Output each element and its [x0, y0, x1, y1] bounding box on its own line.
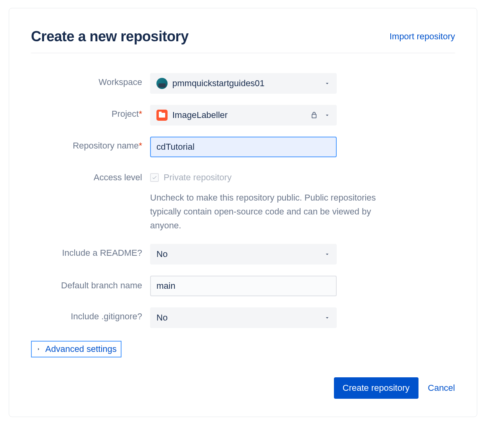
private-repo-checkbox-label: Private repository [164, 172, 231, 183]
project-folder-icon [156, 110, 168, 121]
page-title: Create a new repository [31, 28, 189, 45]
check-icon [152, 175, 157, 180]
advanced-settings-label: Advanced settings [45, 344, 117, 354]
workspace-select[interactable]: pmmquickstartguides01 [150, 73, 337, 94]
workspace-avatar-icon [156, 78, 168, 89]
project-label: Project* [31, 105, 150, 119]
branch-name-input[interactable] [150, 276, 337, 296]
access-level-label: Access level [31, 168, 150, 183]
chevron-down-icon [324, 251, 330, 257]
readme-select[interactable]: No [150, 244, 337, 265]
workspace-row: Workspace pmmquickstartguides01 [31, 73, 455, 94]
chevron-down-icon [324, 112, 330, 118]
readme-row: Include a README? No [31, 244, 455, 265]
lock-icon [310, 112, 318, 119]
advanced-settings-toggle[interactable]: Advanced settings [31, 341, 122, 357]
readme-value: No [156, 249, 168, 259]
project-value: ImageLabeller [172, 110, 228, 120]
create-repository-button[interactable]: Create repository [334, 377, 418, 399]
project-row: Project* ImageLabeller [31, 105, 455, 126]
chevron-down-icon [324, 80, 330, 87]
private-repo-checkbox[interactable] [150, 173, 159, 182]
gitignore-value: No [156, 313, 168, 323]
chevron-down-icon [324, 315, 330, 321]
branch-row: Default branch name [31, 276, 455, 296]
access-level-row: Access level Private repository Uncheck … [31, 168, 455, 233]
branch-label: Default branch name [31, 276, 150, 292]
project-select[interactable]: ImageLabeller [150, 105, 337, 126]
header: Create a new repository Import repositor… [31, 28, 455, 53]
repo-name-row: Repository name* [31, 137, 455, 157]
access-help-text: Uncheck to make this repository public. … [150, 191, 400, 233]
footer: Create repository Cancel [31, 377, 455, 399]
workspace-label: Workspace [31, 73, 150, 87]
import-repository-link[interactable]: Import repository [390, 31, 455, 42]
gitignore-label: Include .gitignore? [31, 307, 150, 322]
readme-label: Include a README? [31, 244, 150, 258]
gitignore-select[interactable]: No [150, 307, 337, 328]
gitignore-row: Include .gitignore? No [31, 307, 455, 328]
workspace-value: pmmquickstartguides01 [172, 78, 264, 89]
repo-name-input[interactable] [150, 137, 337, 157]
cancel-button[interactable]: Cancel [428, 383, 455, 393]
chevron-right-icon [36, 346, 41, 352]
repo-name-label: Repository name* [31, 137, 150, 151]
advanced-settings-wrap: Advanced settings [31, 339, 455, 357]
create-repo-card: Create a new repository Import repositor… [9, 8, 477, 417]
